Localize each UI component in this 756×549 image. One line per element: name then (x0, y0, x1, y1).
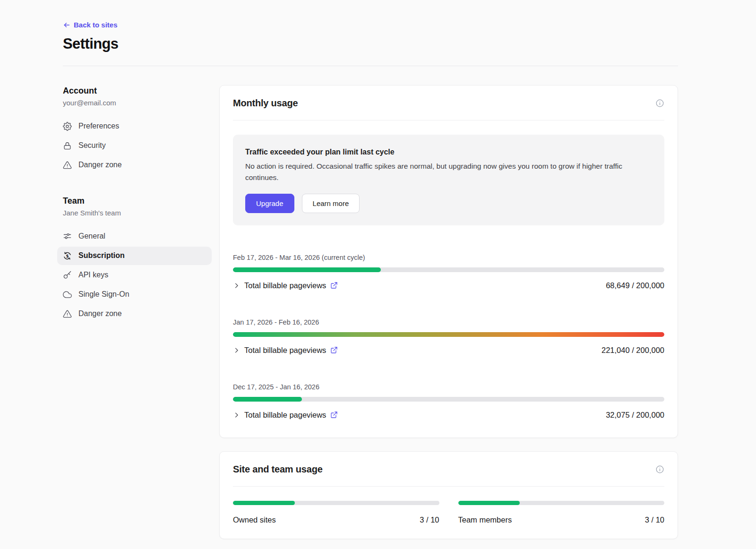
usage-progress-fill (233, 397, 302, 402)
metric-label: Total billable pageviews (244, 346, 326, 355)
upgrade-button[interactable]: Upgrade (245, 194, 294, 213)
site-team-usage-card: Site and team usage Owned sites 3 / 10 (219, 451, 678, 539)
owned-sites-stat: Owned sites 3 / 10 (233, 501, 439, 524)
cycle-period: Dec 17, 2025 - Jan 16, 2026 (233, 383, 664, 391)
notice-title: Traffic exceeded your plan limit last cy… (245, 148, 652, 156)
usage-progress-fill (233, 267, 381, 272)
usage-progress-fill-over-limit (233, 332, 664, 337)
arrow-left-icon (63, 21, 70, 29)
team-members-value: 3 / 10 (645, 515, 664, 524)
cycle-period: Feb 17, 2026 - Mar 16, 2026 (current cyc… (233, 254, 664, 261)
usage-cycle-previous: Jan 17, 2026 - Feb 16, 2026 Total billab… (233, 318, 664, 355)
sidebar-item-label: API keys (78, 271, 108, 279)
team-members-progress-fill (458, 501, 520, 505)
traffic-exceeded-notice: Traffic exceeded your plan limit last cy… (233, 135, 664, 225)
team-name: Jane Smith's team (63, 209, 208, 217)
sidebar-item-label: General (78, 232, 105, 240)
key-icon (63, 271, 72, 280)
sidebar-item-label: Preferences (78, 122, 119, 130)
usage-value: 32,075 / 200,000 (606, 411, 664, 420)
team-nav: General Subscription API keys Single Sig… (63, 227, 208, 323)
billable-pageviews-row[interactable]: Total billable pageviews 221,040 / 200,0… (233, 346, 664, 355)
team-section: Team Jane Smith's team General Subscript… (63, 196, 208, 323)
metric-label: Total billable pageviews (244, 411, 326, 420)
team-members-label: Team members (458, 515, 512, 524)
sidebar-item-security[interactable]: Security (57, 137, 212, 155)
account-section: Account your@email.com Preferences Secur… (63, 86, 208, 174)
info-icon (655, 99, 664, 108)
usage-value: 221,040 / 200,000 (601, 346, 664, 355)
chevron-right-icon[interactable] (233, 412, 240, 419)
sidebar-item-label: Subscription (78, 251, 125, 260)
billable-pageviews-row[interactable]: Total billable pageviews 32,075 / 200,00… (233, 411, 664, 420)
sidebar-item-account-danger-zone[interactable]: Danger zone (57, 156, 212, 174)
account-heading: Account (63, 86, 208, 96)
sidebar-item-label: Single Sign-On (78, 290, 129, 299)
external-link[interactable] (330, 411, 338, 419)
settings-page: Back to sites Settings Account your@emai… (0, 0, 756, 549)
sidebar-item-label: Danger zone (78, 309, 122, 318)
learn-more-button[interactable]: Learn more (302, 194, 360, 213)
cycle-period: Jan 17, 2026 - Feb 16, 2026 (233, 318, 664, 326)
cloud-icon (63, 290, 72, 299)
gear-icon (63, 122, 72, 131)
usage-value: 68,649 / 200,000 (606, 281, 664, 290)
usage-cycle-current: Feb 17, 2026 - Mar 16, 2026 (current cyc… (233, 254, 664, 290)
sidebar-item-preferences[interactable]: Preferences (57, 117, 212, 136)
warning-triangle-icon (63, 161, 72, 170)
notice-body: No action is required. Occasional traffi… (245, 161, 652, 183)
sidebar-item-single-sign-on[interactable]: Single Sign-On (57, 285, 212, 304)
metric-label: Total billable pageviews (244, 281, 326, 290)
info-icon (655, 465, 664, 474)
billable-pageviews-row[interactable]: Total billable pageviews 68,649 / 200,00… (233, 281, 664, 290)
external-link[interactable] (330, 282, 338, 289)
owned-sites-value: 3 / 10 (420, 515, 439, 524)
sidebar-item-label: Danger zone (78, 161, 122, 169)
dollar-refresh-icon (63, 251, 72, 260)
team-members-stat: Team members 3 / 10 (458, 501, 665, 524)
monthly-usage-card: Monthly usage Traffic exceeded your plan… (219, 85, 678, 438)
header-divider (63, 66, 678, 66)
chevron-right-icon[interactable] (233, 282, 240, 289)
sliders-icon (63, 232, 72, 241)
team-heading: Team (63, 196, 208, 206)
account-email: your@email.com (63, 99, 208, 107)
monthly-usage-info-button[interactable] (655, 99, 664, 108)
warning-triangle-icon (63, 309, 72, 318)
usage-progress-bar (233, 397, 664, 402)
owned-sites-label: Owned sites (233, 515, 276, 524)
monthly-usage-title: Monthly usage (233, 98, 298, 109)
chevron-right-icon[interactable] (233, 347, 240, 354)
sidebar-item-subscription[interactable]: Subscription (57, 247, 212, 265)
main-content: Monthly usage Traffic exceeded your plan… (219, 85, 678, 539)
usage-progress-bar (233, 332, 664, 337)
site-team-usage-title: Site and team usage (233, 464, 323, 475)
back-to-sites-label: Back to sites (74, 21, 118, 29)
external-link-icon (330, 346, 338, 354)
owned-sites-progress-fill (233, 501, 295, 505)
sidebar-item-label: Security (78, 141, 106, 150)
site-team-usage-info-button[interactable] (655, 465, 664, 474)
account-nav: Preferences Security Danger zone (63, 117, 208, 174)
external-link-icon (330, 282, 338, 289)
lock-icon (63, 141, 72, 150)
external-link-icon (330, 411, 338, 419)
sidebar-item-general[interactable]: General (57, 227, 212, 246)
owned-sites-progress-bar (233, 501, 439, 505)
usage-progress-bar (233, 267, 664, 272)
settings-sidebar: Account your@email.com Preferences Secur… (63, 85, 208, 324)
sidebar-item-team-danger-zone[interactable]: Danger zone (57, 305, 212, 323)
usage-cycle-older: Dec 17, 2025 - Jan 16, 2026 Total billab… (233, 383, 664, 420)
back-to-sites-link[interactable]: Back to sites (63, 21, 118, 29)
page-title: Settings (63, 35, 678, 52)
team-members-progress-bar (458, 501, 665, 505)
external-link[interactable] (330, 346, 338, 354)
sidebar-item-api-keys[interactable]: API keys (57, 266, 212, 284)
